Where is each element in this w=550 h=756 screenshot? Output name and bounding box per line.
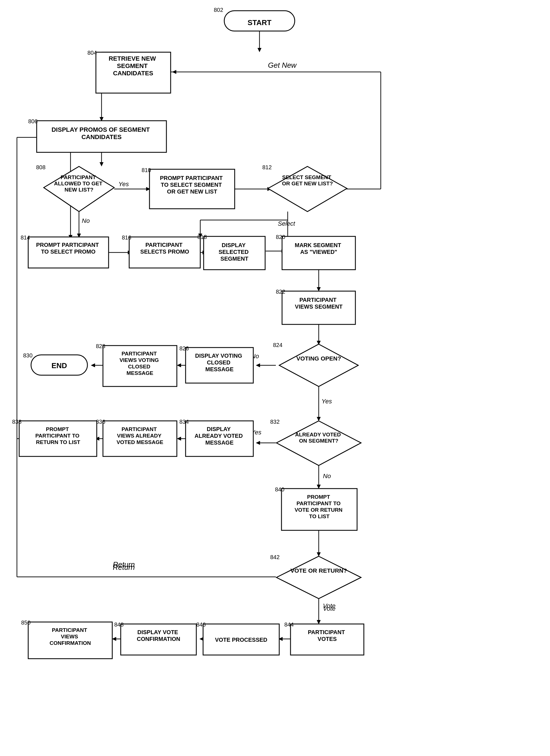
ref-846: 846 xyxy=(196,621,206,628)
node-832-text: ALREADY VOTED ON SEGMENT? xyxy=(295,432,342,444)
ref-830: 830 xyxy=(23,352,32,359)
node-842-text: VOTE OR RETURN? xyxy=(291,567,347,574)
ref-838: 838 xyxy=(12,419,21,425)
ref-836: 836 xyxy=(96,419,105,425)
ref-818: 818 xyxy=(197,234,207,240)
ref-820: 820 xyxy=(276,234,285,240)
ref-806: 806 xyxy=(28,118,38,124)
ref-804: 804 xyxy=(87,50,97,56)
svg-text:No: No xyxy=(323,473,331,480)
node-812-text: SELECT SEGMENT OR GET NEW LIST? xyxy=(282,174,333,186)
ref-802: 802 xyxy=(214,7,223,13)
node-830-text: END xyxy=(52,361,67,370)
return-label: Return xyxy=(113,560,135,569)
ref-814: 814 xyxy=(21,234,30,241)
ref-816: 816 xyxy=(122,234,131,241)
ref-822: 822 xyxy=(276,289,285,295)
ref-810: 810 xyxy=(142,167,151,173)
vote-label: Vote xyxy=(323,605,335,612)
ref-826: 826 xyxy=(179,345,189,351)
svg-text:Select: Select xyxy=(278,220,295,227)
ref-828: 828 xyxy=(96,343,105,349)
node-824-text: VOTING OPEN? xyxy=(296,355,341,362)
node-846-text: VOTE PROCESSED xyxy=(215,637,267,643)
ref-808: 808 xyxy=(36,164,45,170)
node-810-text: PROMPT PARTICIPANT TO SELECT SEGMENT OR … xyxy=(160,175,224,195)
ref-834: 834 xyxy=(179,419,189,425)
svg-text:No: No xyxy=(82,217,90,224)
svg-text:Yes: Yes xyxy=(118,181,129,188)
ref-824: 824 xyxy=(273,342,282,348)
ref-848: 848 xyxy=(114,621,124,628)
ref-832: 832 xyxy=(270,419,280,425)
ref-812: 812 xyxy=(262,164,272,170)
ref-844: 844 xyxy=(284,621,294,628)
ref-840: 840 xyxy=(275,486,284,493)
svg-text:Get New: Get New xyxy=(268,61,297,69)
ref-850: 850 xyxy=(21,619,30,626)
start-label: START xyxy=(248,18,272,27)
node-836-text: PARTICIPANT VIEWS ALREADY VOTED MESSAGE xyxy=(116,426,163,445)
svg-text:Yes: Yes xyxy=(322,398,332,405)
node-818-text: DISPLAY SELECTED SEGMENT xyxy=(219,242,250,262)
ref-842: 842 xyxy=(270,554,280,560)
